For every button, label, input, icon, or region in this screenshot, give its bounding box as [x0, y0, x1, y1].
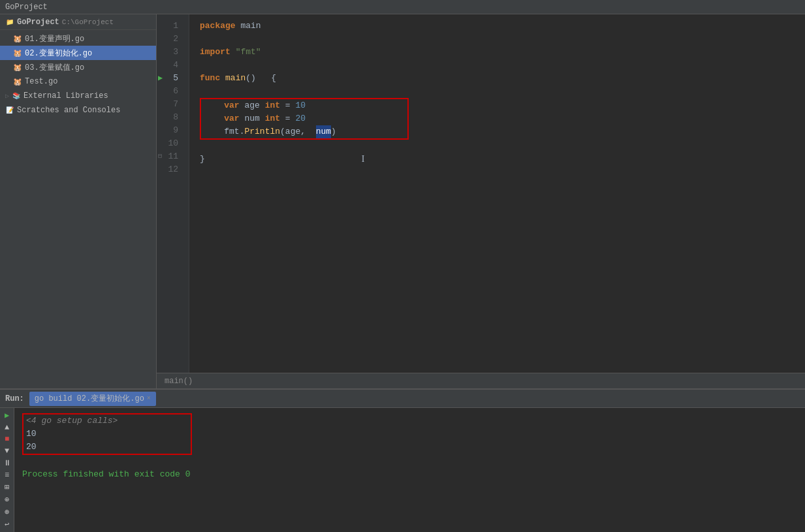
toolbar-pause-button[interactable]: ⏸ [1, 458, 13, 468]
sidebar-item-file-2[interactable]: 🐹 02.变量初始化.go [0, 46, 156, 60]
console-setup-calls: <4 go setup calls> [26, 415, 118, 428]
fold-icon-11[interactable]: ⊟ [158, 150, 162, 163]
type-int-2: int [265, 112, 280, 125]
line-numbers: 1 2 3 4 ▶ 5 6 7 8 9 10 ⊟ 11 12 [157, 14, 189, 373]
sel-num: num [316, 125, 331, 138]
sidebar: 📁 GoProject C:\GoProject 🐹 01.变量声明.go 🐹 … [0, 14, 157, 388]
code-line-7: var age int = 10 [204, 99, 405, 112]
sidebar-file-label-4: Test.go [25, 77, 57, 86]
go-file-icon-2: 🐹 [13, 48, 22, 57]
console-line-1: <4 go setup calls> [26, 415, 188, 428]
run-label: Run: [5, 394, 24, 403]
line-num-2: 2 [157, 33, 183, 46]
go-file-icon-1: 🐹 [13, 34, 22, 43]
sidebar-item-file-3[interactable]: 🐹 03.变量赋值.go [0, 60, 156, 74]
pkg-fmt: fmt [224, 125, 239, 138]
console-red-box: <4 go setup calls> 10 20 [22, 413, 192, 455]
console-line-4 [22, 455, 797, 468]
project-name: GoProject [17, 18, 59, 27]
console-output-20: 20 [26, 441, 37, 454]
sidebar-tree: 🐹 01.变量声明.go 🐹 02.变量初始化.go 🐹 03.变量赋值.go … [0, 30, 156, 119]
code-line-8: var num int = 20 [204, 112, 405, 125]
code-line-10 [200, 140, 795, 153]
kw-package: package [200, 20, 236, 33]
console-line-5: Process finished with exit code 0 [22, 468, 797, 481]
toolbar-undo-button[interactable]: ↩ [1, 520, 13, 529]
red-highlight-box: var age int = 10 var num int = 20 fmt.Pr… [200, 98, 409, 140]
toolbar-stop-button[interactable]: ■ [1, 435, 13, 444]
line-num-9: 9 [157, 124, 183, 137]
code-line-3: import "fmt" [200, 46, 795, 59]
run-tab-close[interactable]: × [147, 395, 151, 402]
code-line-4 [200, 59, 795, 72]
code-line-9: fmt.Println(age, num) [204, 125, 405, 138]
num-10: 10 [295, 99, 306, 112]
toolbar-up-button[interactable]: ▲ [1, 423, 13, 432]
kw-import: import [200, 46, 230, 59]
status-bar: main() [157, 373, 805, 388]
bottom-tabs: Run: go build 02.变量初始化.go × [0, 390, 805, 408]
console-exit-message: Process finished with exit code 0 [22, 468, 190, 481]
toolbar-filter-button[interactable]: ⊛ [1, 507, 13, 517]
line-num-7: 7 [157, 98, 183, 111]
expand-icon-external: ▷ [5, 92, 9, 100]
console-line-3: 20 [26, 441, 188, 454]
bottom-content: ▶ ▲ ■ ▼ ⏸ ≡ ⊞ ⊕ ⊛ ↩ ↪ 🗑 <4 go setup call… [0, 408, 805, 532]
sidebar-item-file-1[interactable]: 🐹 01.变量声明.go [0, 31, 156, 46]
kw-func: func [200, 72, 220, 85]
go-file-icon-3: 🐹 [13, 63, 22, 72]
run-tab[interactable]: go build 02.变量初始化.go × [29, 392, 156, 406]
project-folder-icon: 📁 [5, 18, 14, 27]
code-container[interactable]: package main import "fmt" func main() { [189, 14, 805, 373]
run-tab-label: go build 02.变量初始化.go [35, 393, 144, 404]
kw-var-1: var [224, 99, 239, 112]
sidebar-item-external-libs[interactable]: ▷ 📚 External Libraries [0, 89, 156, 103]
sidebar-file-label-1: 01.变量声明.go [25, 33, 84, 44]
line-num-6: 6 [157, 85, 183, 98]
run-toolbar: ▶ ▲ ■ ▼ ⏸ ≡ ⊞ ⊕ ⊛ ↩ ↪ 🗑 [0, 408, 14, 532]
title-bar-text: GoProject [5, 3, 48, 12]
editor-content: 1 2 3 4 ▶ 5 6 7 8 9 10 ⊟ 11 12 [157, 14, 805, 373]
code-line-2 [200, 33, 795, 46]
line-num-10: 10 [157, 137, 183, 150]
code-line-1: package main [200, 20, 795, 33]
line-num-5: ▶ 5 [157, 72, 183, 85]
sidebar-file-label-3: 03.变量赋值.go [25, 62, 84, 73]
toolbar-down-button[interactable]: ▼ [1, 446, 13, 456]
code-area[interactable]: package main import "fmt" func main() { [189, 14, 805, 184]
toolbar-menu1-button[interactable]: ≡ [1, 471, 13, 480]
str-fmt: "fmt" [236, 46, 261, 59]
go-file-icon-4: 🐹 [13, 77, 22, 86]
line-num-11: ⊟ 11 [157, 150, 183, 163]
status-func-name: main() [165, 377, 193, 386]
title-bar: GoProject [0, 0, 805, 14]
line-num-4: 4 [157, 59, 183, 72]
sidebar-item-file-4[interactable]: 🐹 Test.go [0, 74, 156, 89]
code-line-11: } I [200, 153, 795, 166]
toolbar-menu2-button[interactable]: ⊞ [1, 482, 13, 492]
toolbar-add-button[interactable]: ⊕ [1, 495, 13, 505]
fn-println: Println [244, 125, 280, 138]
num-20: 20 [295, 112, 306, 125]
sidebar-file-label-2: 02.变量初始化.go [25, 48, 92, 59]
code-line-6 [200, 85, 795, 98]
kw-var-2: var [224, 112, 239, 125]
line-num-12: 12 [157, 163, 183, 176]
line-num-8: 8 [157, 111, 183, 124]
sidebar-item-scratches[interactable]: 📝 Scratches and Consoles [0, 103, 156, 117]
line-num-1: 1 [157, 20, 183, 33]
console-line-2: 10 [26, 428, 188, 441]
toolbar-run-button[interactable]: ▶ [1, 411, 13, 420]
run-gutter-icon[interactable]: ▶ [158, 72, 163, 85]
code-line-12 [200, 166, 795, 179]
sidebar-scratches-label: Scratches and Consoles [17, 106, 120, 115]
scratch-icon: 📝 [5, 106, 14, 115]
editor-area: 1 2 3 4 ▶ 5 6 7 8 9 10 ⊟ 11 12 [157, 14, 805, 388]
code-line-5: func main() { [200, 72, 795, 85]
type-int-1: int [265, 99, 280, 112]
project-path: C:\GoProject [62, 18, 114, 26]
fn-main: main [225, 72, 245, 85]
bottom-panel: Run: go build 02.变量初始化.go × ▶ ▲ ■ ▼ ⏸ ≡ … [0, 388, 805, 532]
main-area: 📁 GoProject C:\GoProject 🐹 01.变量声明.go 🐹 … [0, 14, 805, 388]
console-output-10: 10 [26, 428, 37, 441]
